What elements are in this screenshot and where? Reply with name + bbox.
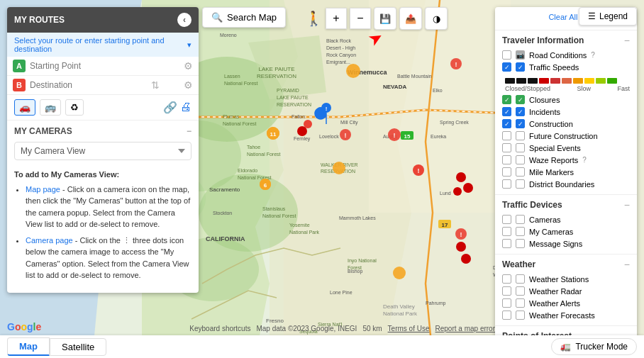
terms-of-use-link[interactable]: Terms of Use <box>388 325 430 332</box>
svg-text:National Park: National Park <box>383 311 418 317</box>
back-arrow-icon[interactable]: ‹ <box>177 13 191 27</box>
zoom-out-button[interactable]: − <box>350 8 371 29</box>
svg-text:Fallon: Fallon <box>292 114 305 119</box>
traffic-speeds-checkbox2[interactable] <box>516 62 525 72</box>
map-tab-map[interactable]: Map <box>7 337 50 356</box>
link-icon[interactable]: 🔗 <box>163 101 177 114</box>
weather-radar-checkbox[interactable] <box>502 286 511 296</box>
svg-text:CALIFORNIA: CALIFORNIA <box>206 235 245 242</box>
svg-point-77 <box>456 172 466 182</box>
special-events-checkbox2[interactable] <box>516 143 525 152</box>
closures-checkbox[interactable] <box>502 95 511 104</box>
share-map-button[interactable]: 📤 <box>399 7 422 30</box>
traffic-speeds-checkbox[interactable] <box>502 62 511 72</box>
svg-text:Eldorado: Eldorado <box>238 168 257 173</box>
weather-collapse[interactable]: − <box>624 259 630 270</box>
settings-icon-b[interactable]: ⚙ <box>184 79 193 91</box>
construction-item: Construction <box>502 118 630 130</box>
road-conditions-help-icon[interactable]: ? <box>591 51 595 59</box>
legend-label: Legend <box>599 11 628 21</box>
bike-mode-button[interactable]: ♻ <box>65 99 84 116</box>
mile-markers-checkbox2[interactable] <box>516 167 525 177</box>
cameras-collapse-icon[interactable]: − <box>187 126 191 136</box>
road-conditions-checkbox2[interactable]: 📷 <box>516 50 525 60</box>
weather-alerts-label: Weather Alerts <box>529 299 580 308</box>
keyboard-shortcuts-link[interactable]: Keyboard shortcuts <box>189 325 250 332</box>
construction-checkbox[interactable] <box>502 119 511 128</box>
weather-radar-checkbox2[interactable] <box>516 286 525 296</box>
waze-reports-checkbox2[interactable] <box>516 155 525 164</box>
svg-text:17: 17 <box>442 222 448 228</box>
road-conditions-checkbox[interactable] <box>502 50 511 60</box>
traffic-devices-section: Traffic Devices − Cameras My Cameras Mes… <box>495 195 637 254</box>
message-signs-checkbox[interactable] <box>502 239 511 248</box>
weather-forecasts-checkbox[interactable] <box>502 311 511 320</box>
car-mode-button[interactable]: 🚗 <box>14 99 35 116</box>
svg-text:PYRAMID: PYRAMID <box>277 88 299 93</box>
camera-page-link[interactable]: Camera page <box>26 236 73 245</box>
truck-icon: 🚛 <box>560 342 571 352</box>
svg-point-62 <box>393 267 406 279</box>
mile-markers-checkbox[interactable] <box>502 167 511 177</box>
legend-button[interactable]: ☰ Legend <box>579 7 637 26</box>
incidents-checkbox[interactable] <box>502 107 511 116</box>
traveler-info-collapse[interactable]: − <box>624 35 630 46</box>
weather-forecasts-item: Weather Forecasts <box>502 309 630 321</box>
weather-alerts-checkbox[interactable] <box>502 298 511 308</box>
report-error-link[interactable]: Report a map error <box>435 325 495 332</box>
contrast-button[interactable]: ◑ <box>425 7 448 30</box>
message-signs-checkbox2[interactable] <box>516 239 525 248</box>
clear-all-link[interactable]: Clear All <box>548 13 577 21</box>
speed-labels: Closed/Stopped Slow Fast <box>505 85 630 92</box>
special-events-checkbox[interactable] <box>502 143 511 152</box>
search-map-button[interactable]: 🔍 Search Map <box>202 7 286 28</box>
waze-reports-checkbox[interactable] <box>502 155 511 164</box>
my-cameras-checkbox2[interactable] <box>516 227 525 236</box>
weather-stations-checkbox[interactable] <box>502 274 511 284</box>
my-cameras-checkbox[interactable] <box>502 227 511 236</box>
weather-stations-item: Weather Stations <box>502 273 630 285</box>
svg-text:Yosemite: Yosemite <box>289 223 310 228</box>
incidents-checkbox2[interactable] <box>516 107 525 116</box>
settings-icon[interactable]: ⚙ <box>184 60 193 72</box>
district-boundaries-checkbox[interactable] <box>502 179 511 189</box>
closures-checkbox2[interactable] <box>516 95 525 104</box>
point-a-badge: A <box>13 60 26 72</box>
traffic-devices-collapse[interactable]: − <box>624 199 630 211</box>
svg-text:!: ! <box>418 167 420 174</box>
future-construction-checkbox[interactable] <box>502 131 511 140</box>
map-tab-satellite[interactable]: Satellite <box>50 338 106 356</box>
trucker-mode-button[interactable]: 🚛 Trucker Mode <box>551 338 637 355</box>
weather-forecasts-label: Weather Forecasts <box>529 311 595 320</box>
traffic-devices-title: Traffic Devices <box>502 200 562 210</box>
map-data-text: Map data ©2023 Google, INEGI <box>256 325 357 332</box>
future-construction-label: Future Construction <box>529 132 598 140</box>
trucker-mode-label: Trucker Mode <box>575 342 628 352</box>
camera-view-select[interactable]: My Camera View <box>14 142 191 160</box>
swap-routes-icon[interactable]: ⇅ <box>151 79 160 91</box>
starting-point-input[interactable] <box>30 61 181 71</box>
street-view-button[interactable]: 🚶 <box>305 10 323 27</box>
svg-text:Lassen: Lassen <box>224 74 240 79</box>
construction-checkbox2[interactable] <box>516 119 525 128</box>
future-construction-checkbox2[interactable] <box>516 131 525 140</box>
print-icon[interactable]: 🖨 <box>180 101 191 114</box>
bus-mode-button[interactable]: 🚌 <box>40 99 61 116</box>
bottom-bar: Map Satellite 🚛 Trucker Mode <box>0 335 644 358</box>
svg-text:RESERVATION: RESERVATION <box>277 102 311 107</box>
map-page-link[interactable]: Map page <box>26 185 60 194</box>
waze-reports-label: Waze Reports <box>529 156 578 164</box>
district-boundaries-checkbox2[interactable] <box>516 179 525 189</box>
weather-alerts-checkbox2[interactable] <box>516 298 525 308</box>
svg-text:LAKE PAIUTE: LAKE PAIUTE <box>277 95 309 100</box>
google-logo: Google <box>7 321 41 332</box>
svg-text:Fernley: Fernley <box>294 136 311 142</box>
waze-reports-help-icon[interactable]: ? <box>582 156 587 164</box>
cameras-checkbox[interactable] <box>502 215 511 224</box>
cameras-checkbox2[interactable] <box>516 215 525 224</box>
my-routes-title: MY ROUTES <box>14 15 65 25</box>
svg-text:Moreno: Moreno <box>220 33 237 38</box>
weather-stations-checkbox2[interactable] <box>516 274 525 284</box>
zoom-in-button[interactable]: + <box>326 8 347 29</box>
weather-forecasts-checkbox2[interactable] <box>516 311 525 320</box>
